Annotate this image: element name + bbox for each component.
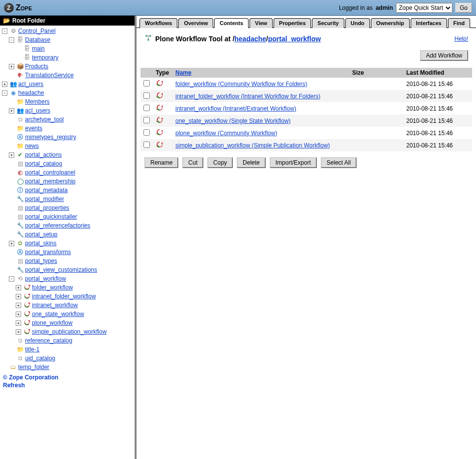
tree-link[interactable]: reference_catalog <box>25 337 72 344</box>
help-link[interactable]: Help! <box>454 35 468 42</box>
zope-corp-link[interactable]: © Zope Corporation <box>3 373 132 381</box>
add-workflow-button[interactable]: Add Workflow <box>420 50 468 61</box>
tree-toggle-icon[interactable]: + <box>16 294 21 299</box>
tree-link[interactable]: Control_Panel <box>18 28 56 34</box>
tree-link[interactable]: portal_membership <box>25 178 76 185</box>
row-checkbox[interactable] <box>143 117 150 123</box>
row-checkbox[interactable] <box>143 129 150 136</box>
tree-link[interactable]: portal_actions <box>25 151 62 158</box>
current-user: admin <box>376 4 393 11</box>
tree-link[interactable]: portal_catalog <box>25 160 62 167</box>
tab-ownership[interactable]: Ownership <box>371 18 410 28</box>
tab-undo[interactable]: Undo <box>345 18 370 28</box>
tree-link[interactable]: mimetypes_registry <box>25 134 76 141</box>
tab-view[interactable]: View <box>250 18 273 28</box>
row-modified: 2010-08-21 15:46 <box>403 115 472 127</box>
row-checkbox[interactable] <box>143 105 150 111</box>
row-name-link[interactable]: one_state_workflow (Single State Workflo… <box>175 117 291 124</box>
tree-link[interactable]: portal_quickinstaller <box>25 213 77 220</box>
tree-toggle-icon[interactable]: + <box>16 329 21 335</box>
tree-node-icon: 🔧 <box>16 230 24 238</box>
tree-link[interactable]: portal_metadata <box>25 187 68 194</box>
tab-interfaces[interactable]: Interfaces <box>411 18 447 28</box>
tree-link[interactable]: portal_properties <box>25 204 69 211</box>
tree-link[interactable]: acl_users <box>18 81 43 87</box>
tree-link[interactable]: temp_folder <box>18 364 49 371</box>
tree-link[interactable]: intranet_folder_workflow <box>32 293 96 300</box>
tab-workflows[interactable]: Workflows <box>140 18 177 28</box>
tree-link[interactable]: Members <box>25 98 50 105</box>
tree-toggle-icon[interactable]: - <box>9 276 14 282</box>
tree-link[interactable]: intranet_workflow <box>32 302 78 309</box>
tree-toggle-icon[interactable]: + <box>9 241 14 246</box>
tree-link[interactable]: news <box>25 143 39 149</box>
tab-security[interactable]: Security <box>312 18 344 28</box>
breadcrumb-site[interactable]: headache <box>234 35 266 43</box>
tree-link[interactable]: archetype_tool <box>25 116 64 123</box>
tree-link[interactable]: TranslationService <box>25 72 74 79</box>
tab-find[interactable]: Find <box>448 18 470 28</box>
rename-button[interactable]: Rename <box>144 157 178 168</box>
tree-toggle-icon[interactable]: + <box>9 108 14 114</box>
tree-link[interactable]: events <box>25 125 42 132</box>
tree-link[interactable]: portal_referencefactories <box>25 222 90 229</box>
refresh-link[interactable]: Refresh <box>3 381 132 389</box>
tree-toggle-icon[interactable]: + <box>16 320 21 326</box>
quick-start-select[interactable]: Zope Quick Start <box>396 3 452 13</box>
tree-link[interactable]: acl_users <box>25 107 50 114</box>
tree-link[interactable]: portal_view_customizations <box>25 266 97 273</box>
tree-toggle-icon[interactable]: - <box>2 29 7 34</box>
tree-item: Ⓐportal_transforms <box>9 248 135 257</box>
root-folder-header[interactable]: 📂 Root Folder <box>0 16 135 26</box>
go-button[interactable]: Go <box>455 3 472 13</box>
row-checkbox[interactable] <box>143 142 150 148</box>
tree-link[interactable]: title-1 <box>25 346 39 353</box>
tree-link[interactable]: Products <box>25 63 48 70</box>
tab-overview[interactable]: Overview <box>178 18 213 28</box>
row-name-link[interactable]: folder_workflow (Community Workflow for … <box>175 81 308 87</box>
tree-link[interactable]: portal_skins <box>25 240 56 247</box>
tree-link[interactable]: Database <box>25 36 50 43</box>
row-name-link[interactable]: simple_publication_workflow (Simple Publ… <box>175 142 330 149</box>
tree-node-icon <box>23 310 31 318</box>
tree-link[interactable]: headache <box>18 89 44 96</box>
tree-toggle-icon[interactable]: + <box>2 82 7 87</box>
tree-link[interactable]: main <box>32 45 45 52</box>
tree-link[interactable]: uid_catalog <box>25 355 55 362</box>
tree-node-icon: Ⓐ <box>16 248 24 256</box>
import-export-button[interactable]: Import/Export <box>270 157 317 168</box>
tree-toggle-icon[interactable]: + <box>9 152 14 158</box>
copy-button[interactable]: Copy <box>207 157 233 168</box>
tree-link[interactable]: portal_modifier <box>25 196 64 202</box>
tree-link[interactable]: portal_controlpanel <box>25 169 75 176</box>
tree-toggle-icon[interactable]: + <box>9 64 14 69</box>
tree-toggle-icon[interactable]: - <box>9 37 14 43</box>
row-type-icon <box>153 78 172 90</box>
tree-toggle-icon[interactable]: + <box>16 303 21 308</box>
tree-link[interactable]: plone_workflow <box>32 319 73 326</box>
row-name-link[interactable]: intranet_workflow (Intranet/Extranet Wor… <box>175 105 296 112</box>
tree-toggle-icon[interactable]: - <box>2 90 7 96</box>
tree-link[interactable]: folder_workflow <box>32 284 73 291</box>
tab-properties[interactable]: Properties <box>274 18 311 28</box>
cut-button[interactable]: Cut <box>182 157 203 168</box>
row-name-link[interactable]: plone_workflow (Community Workflow) <box>175 130 277 137</box>
row-checkbox[interactable] <box>143 80 150 86</box>
tree-link[interactable]: portal_transforms <box>25 249 71 256</box>
row-checkbox[interactable] <box>143 92 150 99</box>
tree-link[interactable]: temporary <box>32 54 58 61</box>
select-all-button[interactable]: Select All <box>321 157 357 168</box>
tree-link[interactable]: portal_workflow <box>25 275 66 282</box>
col-name[interactable]: Name <box>172 68 349 78</box>
breadcrumb-tool[interactable]: portal_workflow <box>268 35 321 43</box>
top-bar: Zope Logged in as admin Zope Quick Start… <box>0 0 476 16</box>
delete-button[interactable]: Delete <box>237 157 266 168</box>
tab-contents[interactable]: Contents <box>214 18 249 28</box>
row-name-link[interactable]: intranet_folder_workflow (Intranet Workf… <box>175 93 320 100</box>
tree-toggle-icon[interactable]: + <box>16 312 21 317</box>
tree-link[interactable]: portal_setup <box>25 231 57 238</box>
tree-toggle-icon[interactable]: + <box>16 285 21 290</box>
tree-link[interactable]: one_state_workflow <box>32 311 84 317</box>
tree-link[interactable]: portal_types <box>25 258 57 264</box>
tree-link[interactable]: simple_publication_workflow <box>32 328 107 335</box>
